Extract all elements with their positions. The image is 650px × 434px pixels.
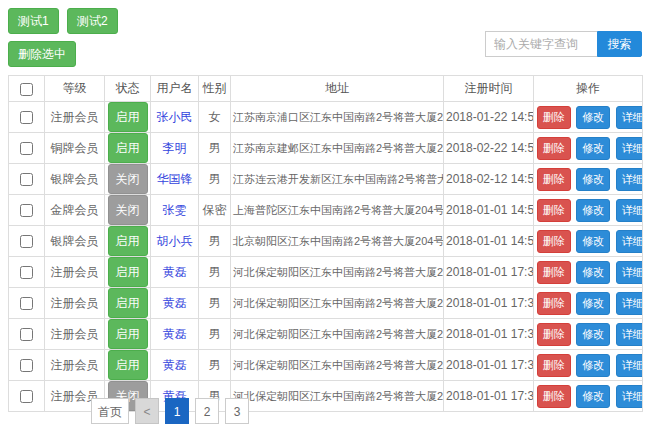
level-cell: 铜牌会员 — [45, 133, 105, 164]
page-button[interactable]: 2 — [195, 398, 219, 424]
username-cell: 黄磊 — [151, 288, 199, 319]
table-row: 铜牌会员 启用 李明 男 江苏南京建邺区江东中国南路2号将普大厦204号 201… — [9, 133, 643, 164]
table-row: 注册会员 启用 黄磊 男 河北保定朝阳区江东中国南路2号将普大厦204号 201… — [9, 350, 643, 381]
username-link[interactable]: 李明 — [163, 141, 187, 155]
edit-button[interactable]: 修改 — [576, 168, 610, 191]
reg-time-cell: 2018-01-01 17:37 — [444, 288, 534, 319]
row-checkbox[interactable] — [20, 235, 33, 248]
level-cell: 注册会员 — [45, 257, 105, 288]
detail-button[interactable]: 详细 — [616, 230, 643, 253]
delete-button[interactable]: 删除 — [537, 323, 571, 346]
delete-selected-button[interactable]: 删除选中 — [8, 41, 76, 67]
level-cell: 银牌会员 — [45, 164, 105, 195]
status-button[interactable]: 关闭 — [108, 195, 148, 225]
edit-button[interactable]: 修改 — [576, 106, 610, 129]
search-button[interactable]: 搜索 — [597, 31, 642, 57]
reg-time-cell: 2018-01-01 14:51 — [444, 195, 534, 226]
header-gender: 性别 — [199, 76, 231, 102]
status-cell: 启用 — [105, 226, 151, 257]
row-select-cell — [9, 257, 45, 288]
actions-cell: 删除 修改 详细 — [534, 381, 643, 412]
gender-cell: 女 — [199, 102, 231, 133]
edit-button[interactable]: 修改 — [576, 261, 610, 284]
row-checkbox[interactable] — [20, 359, 33, 372]
level-cell: 注册会员 — [45, 102, 105, 133]
detail-button[interactable]: 详细 — [616, 323, 643, 346]
row-checkbox[interactable] — [20, 328, 33, 341]
row-checkbox[interactable] — [20, 266, 33, 279]
page-button[interactable]: 3 — [225, 398, 249, 424]
actions-cell: 删除 修改 详细 — [534, 288, 643, 319]
delete-button[interactable]: 删除 — [537, 230, 571, 253]
username-link[interactable]: 张小民 — [157, 110, 193, 124]
row-checkbox[interactable] — [20, 111, 33, 124]
detail-button[interactable]: 详细 — [616, 168, 643, 191]
status-button[interactable]: 关闭 — [108, 164, 148, 194]
row-select-cell — [9, 195, 45, 226]
detail-button[interactable]: 详细 — [616, 137, 643, 160]
gender-cell: 男 — [199, 164, 231, 195]
row-checkbox[interactable] — [20, 142, 33, 155]
status-button[interactable]: 启用 — [108, 102, 148, 132]
status-cell: 关闭 — [105, 164, 151, 195]
detail-button[interactable]: 详细 — [616, 354, 643, 377]
row-checkbox[interactable] — [20, 390, 33, 403]
delete-button[interactable]: 删除 — [537, 106, 571, 129]
status-cell: 启用 — [105, 257, 151, 288]
first-page-button[interactable]: 首页 — [91, 398, 129, 424]
username-cell: 黄磊 — [151, 319, 199, 350]
status-button[interactable]: 启用 — [108, 226, 148, 256]
table-row: 银牌会员 关闭 华国锋 男 江苏连云港开发新区江东中国南路2号将普大厦204号 … — [9, 164, 643, 195]
reg-time-cell: 2018-01-01 17:37 — [444, 319, 534, 350]
header-username: 用户名 — [151, 76, 199, 102]
address-cell: 江苏连云港开发新区江东中国南路2号将普大厦204号 — [231, 164, 444, 195]
username-link[interactable]: 黄磊 — [163, 265, 187, 279]
edit-button[interactable]: 修改 — [576, 292, 610, 315]
delete-button[interactable]: 删除 — [537, 199, 571, 222]
username-link[interactable]: 黄磊 — [163, 327, 187, 341]
edit-button[interactable]: 修改 — [576, 385, 610, 408]
username-link[interactable]: 张雯 — [163, 203, 187, 217]
detail-button[interactable]: 详细 — [616, 261, 643, 284]
detail-button[interactable]: 详细 — [616, 106, 643, 129]
username-link[interactable]: 胡小兵 — [157, 234, 193, 248]
delete-button[interactable]: 删除 — [537, 354, 571, 377]
row-checkbox[interactable] — [20, 204, 33, 217]
delete-button[interactable]: 删除 — [537, 292, 571, 315]
edit-button[interactable]: 修改 — [576, 323, 610, 346]
edit-button[interactable]: 修改 — [576, 199, 610, 222]
row-checkbox[interactable] — [20, 297, 33, 310]
row-select-cell — [9, 226, 45, 257]
delete-button[interactable]: 删除 — [537, 261, 571, 284]
username-link[interactable]: 黄磊 — [163, 296, 187, 310]
delete-button[interactable]: 删除 — [537, 385, 571, 408]
status-button[interactable]: 启用 — [108, 257, 148, 287]
edit-button[interactable]: 修改 — [576, 137, 610, 160]
edit-button[interactable]: 修改 — [576, 354, 610, 377]
reg-time-cell: 2018-01-01 17:37 — [444, 381, 534, 412]
status-button[interactable]: 启用 — [108, 133, 148, 163]
prev-page-button[interactable]: < — [135, 398, 159, 424]
delete-button[interactable]: 删除 — [537, 137, 571, 160]
page-button[interactable]: 1 — [165, 398, 189, 424]
delete-button[interactable]: 删除 — [537, 168, 571, 191]
address-cell: 江苏南京浦口区江东中国南路2号将普大厦204号 — [231, 102, 444, 133]
status-button[interactable]: 启用 — [108, 319, 148, 349]
detail-button[interactable]: 详细 — [616, 199, 643, 222]
edit-button[interactable]: 修改 — [576, 230, 610, 253]
test2-button[interactable]: 测试2 — [67, 8, 118, 34]
select-all-checkbox[interactable] — [20, 83, 33, 96]
status-button[interactable]: 启用 — [108, 350, 148, 380]
username-link[interactable]: 华国锋 — [157, 172, 193, 186]
test1-button[interactable]: 测试1 — [8, 8, 59, 34]
table-row: 金牌会员 关闭 张雯 保密 上海普陀区江东中国南路2号将普大厦204号 2018… — [9, 195, 643, 226]
detail-button[interactable]: 详细 — [616, 385, 643, 408]
search-input[interactable] — [485, 31, 597, 57]
address-cell: 河北保定朝阳区江东中国南路2号将普大厦204号 — [231, 288, 444, 319]
detail-button[interactable]: 详细 — [616, 292, 643, 315]
username-cell: 黄磊 — [151, 257, 199, 288]
row-checkbox[interactable] — [20, 173, 33, 186]
username-link[interactable]: 黄磊 — [163, 358, 187, 372]
status-button[interactable]: 启用 — [108, 288, 148, 318]
header-actions: 操作 — [534, 76, 643, 102]
